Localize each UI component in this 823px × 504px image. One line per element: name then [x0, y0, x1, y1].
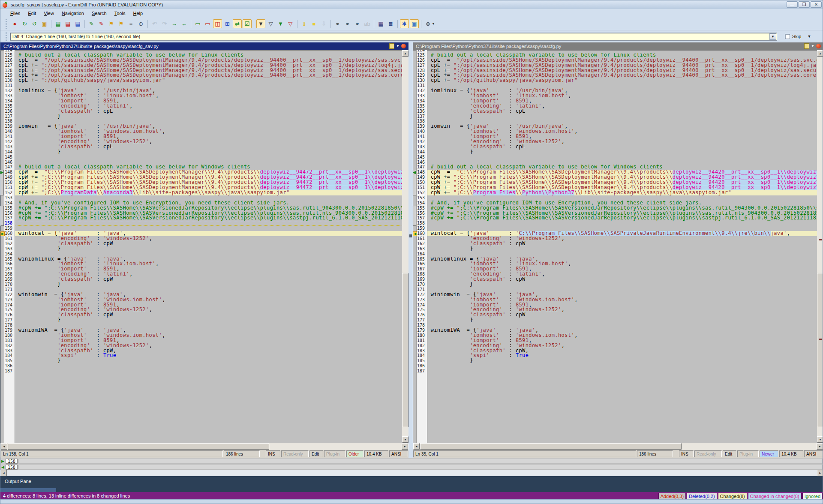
- save-second-icon[interactable]: ▤: [63, 19, 72, 28]
- code-line-181[interactable]: 181 'iomport' : 8591,: [0, 338, 402, 343]
- inspector-scrollbar[interactable]: ◄ ►: [0, 470, 823, 476]
- scroll-right-icon[interactable]: ►: [817, 470, 823, 476]
- code-line-168[interactable]: 168 'encoding' : 'latin1',: [413, 272, 817, 277]
- code-line-170[interactable]: 170 }: [413, 282, 817, 287]
- copy-path-icon[interactable]: [389, 43, 394, 49]
- code-line-169[interactable]: 169 'classpath' : cpW: [413, 277, 817, 282]
- skip-checkbox-group[interactable]: Skip: [785, 34, 801, 39]
- code-line-131[interactable]: 131: [413, 83, 817, 88]
- filter-added-icon[interactable]: ▼: [276, 19, 285, 28]
- menu-search[interactable]: Search: [88, 10, 111, 17]
- code-line-171[interactable]: 171: [413, 287, 817, 292]
- code-line-180[interactable]: 180 'iomhost' : 'windows.iom.host',: [413, 333, 817, 338]
- code-line-154[interactable]: 154 # And, if you've configured IOM to u…: [413, 201, 817, 206]
- code-line-143[interactable]: 143 'classpath' : cpL: [413, 144, 817, 150]
- current-block-icon[interactable]: ■: [309, 19, 318, 28]
- code-line-127[interactable]: 127 cpL += ":/opt/sasinside/SASHome/SASD…: [413, 63, 817, 68]
- code-line-180[interactable]: 180 'iomhost' : 'windows.iom.host',: [0, 333, 402, 338]
- open-files-icon[interactable]: ▣: [40, 19, 49, 28]
- pane-splitter[interactable]: [408, 42, 413, 443]
- code-line-133[interactable]: 133 'iomhost' : 'linux.iom.host',: [0, 93, 402, 99]
- options-icon[interactable]: ⊛: [424, 19, 433, 28]
- diff-block-arrow-icon[interactable]: ▶: [0, 170, 3, 175]
- code-line-132[interactable]: 132 iomlinux = {'java' : '/usr/bin/java'…: [0, 88, 402, 93]
- synchronize-scrolling-icon[interactable]: ⇄: [233, 19, 242, 28]
- code-line-177[interactable]: 177 }: [413, 318, 817, 323]
- code-line-127[interactable]: 127 cpL += ":/opt/sasinside/SASHome/SASD…: [0, 63, 402, 68]
- edit-flag[interactable]: Edit: [309, 450, 323, 457]
- scroll-left-icon[interactable]: ◄: [1, 443, 7, 450]
- edit-first-icon[interactable]: ✎: [87, 19, 96, 28]
- code-line-143[interactable]: 143 'classpath' : cpL: [0, 144, 402, 150]
- code-line-135[interactable]: 135 'encoding' : 'latin1',: [413, 104, 817, 109]
- code-line-151[interactable]: 151 cpW += ";C:\\Program Files\\SASHome\…: [0, 185, 402, 190]
- current-diff-arrow-icon[interactable]: ▶: [0, 231, 5, 236]
- output-pane-tab[interactable]: [0, 488, 56, 492]
- code-line-179[interactable]: 179 winiomIWA = {'java' : 'java',: [413, 328, 817, 333]
- code-line-159[interactable]: 159: [0, 226, 402, 231]
- code-line-132[interactable]: 132 iomlinux = {'java' : '/usr/bin/java'…: [413, 88, 817, 93]
- code-line-141[interactable]: 141 'iomport' : 8591,: [0, 134, 402, 139]
- code-line-137[interactable]: 137 }: [0, 114, 402, 119]
- code-line-126[interactable]: 126 cpL = "/opt/sasinside/SASHome/SASDep…: [413, 58, 817, 63]
- code-line-133[interactable]: 133 'iomhost' : 'linux.iom.host',: [413, 93, 817, 99]
- diff-block-arrow-icon[interactable]: ◀: [413, 170, 416, 175]
- code-line-155[interactable]: 155 #cpW += ";C:\\Program Files\\SASHome…: [413, 206, 817, 211]
- code-line-166[interactable]: 166 'iomhost' : 'linux.iom.host',: [0, 261, 402, 267]
- code-line-160[interactable]: ◀160 winlocal = {'java' : 'C:\\Program F…: [413, 231, 817, 236]
- left-vertical-scrollbar[interactable]: ▲ ▼: [402, 50, 408, 443]
- code-line-144[interactable]: 144 }: [413, 150, 817, 155]
- code-line-187[interactable]: 187: [0, 369, 402, 374]
- filter-outline-icon[interactable]: ▽: [266, 19, 275, 28]
- edit-flag[interactable]: Edit: [723, 450, 736, 457]
- scroll-right-icon[interactable]: ►: [817, 443, 823, 450]
- code-line-161[interactable]: 161 'encoding' : 'windows-1252',: [413, 236, 817, 241]
- toolbar-grip[interactable]: [6, 19, 7, 29]
- split-view-icon[interactable]: ◫: [213, 19, 222, 28]
- bookmark-first-icon[interactable]: ⚑: [107, 19, 116, 28]
- code-line-136[interactable]: 136 'classpath' : cpL: [413, 109, 817, 114]
- show-image-icon[interactable]: ▣: [410, 19, 419, 28]
- right-hscroll-thumb[interactable]: [420, 443, 682, 450]
- code-line-168[interactable]: 168 'encoding' : 'latin1',: [0, 272, 402, 277]
- code-line-181[interactable]: 181 'iomport' : 8591,: [413, 338, 817, 343]
- code-line-139[interactable]: 139 iomwin = {'java' : '/usr/bin/java',: [0, 124, 402, 129]
- next-difference-icon[interactable]: →: [170, 19, 179, 28]
- code-line-153[interactable]: 153: [413, 195, 817, 201]
- code-line-186[interactable]: 186: [0, 363, 402, 369]
- code-line-145[interactable]: 145: [413, 155, 817, 160]
- code-line-142[interactable]: 142 'encoding' : 'windows-1252',: [0, 139, 402, 144]
- save-first-icon[interactable]: ▤: [54, 19, 63, 28]
- code-line-179[interactable]: 179 winiomIWA = {'java' : 'java',: [0, 328, 402, 333]
- code-line-128[interactable]: 128 cpL += ":/opt/sasinside/SASHome/SASD…: [413, 68, 817, 73]
- scroll-left-icon[interactable]: ◄: [413, 443, 420, 450]
- code-line-184[interactable]: 184 'sspi' : True: [0, 353, 402, 358]
- code-line-160[interactable]: ▶160 winlocal = {'java' : 'java',: [0, 231, 402, 236]
- statistics-icon[interactable]: ≣: [386, 19, 395, 28]
- combo-dropdown-icon[interactable]: ▼: [769, 33, 776, 40]
- code-line-149[interactable]: 149 cpW += ";C:\\Program Files\\SASHome\…: [0, 175, 402, 180]
- code-line-167[interactable]: 167 'iomport' : 8591,: [413, 267, 817, 272]
- code-line-158[interactable]: 158: [413, 221, 817, 226]
- right-horizontal-scrollbar[interactable]: ◄ ►: [413, 443, 823, 450]
- current-diff-arrow-icon[interactable]: ◀: [413, 231, 417, 236]
- code-line-148[interactable]: ◀148 cpW = "C:\\Program Files\\SASHome\\…: [413, 170, 817, 175]
- code-line-163[interactable]: 163 }: [413, 246, 817, 252]
- scroll-right-icon[interactable]: ►: [402, 443, 408, 450]
- code-line-182[interactable]: 182 'encoding' : 'windows-1252',: [413, 343, 817, 348]
- left-file-header[interactable]: C:\Program Files\Python\Python37\Lib\sit…: [0, 42, 408, 50]
- diffbar-grip[interactable]: [6, 32, 7, 41]
- menu-navigation[interactable]: Navigation: [58, 10, 88, 17]
- left-horizontal-scrollbar[interactable]: ◄ ►: [0, 443, 408, 450]
- right-vscroll-thumb[interactable]: [817, 273, 823, 427]
- code-line-125[interactable]: 125 # build out a local classpath variab…: [413, 53, 817, 58]
- code-line-177[interactable]: 177 }: [0, 318, 402, 323]
- code-line-164[interactable]: 164: [0, 252, 402, 257]
- search-binoculars-icon[interactable]: ⚭: [333, 19, 342, 28]
- code-line-139[interactable]: 139 iomwin = {'java' : '/usr/bin/java',: [413, 124, 817, 129]
- options-dropdown-icon[interactable]: ▼: [432, 22, 435, 26]
- code-line-176[interactable]: 176 'classpath' : cpW: [413, 312, 817, 318]
- current-diff-combo[interactable]: Diff 4: Change 1 line (160, first file) …: [10, 33, 777, 41]
- code-line-157[interactable]: 157 #cpW += ";C:\\Program Files\\SASHome…: [413, 216, 817, 221]
- grid-view-icon[interactable]: ⊞: [223, 19, 232, 28]
